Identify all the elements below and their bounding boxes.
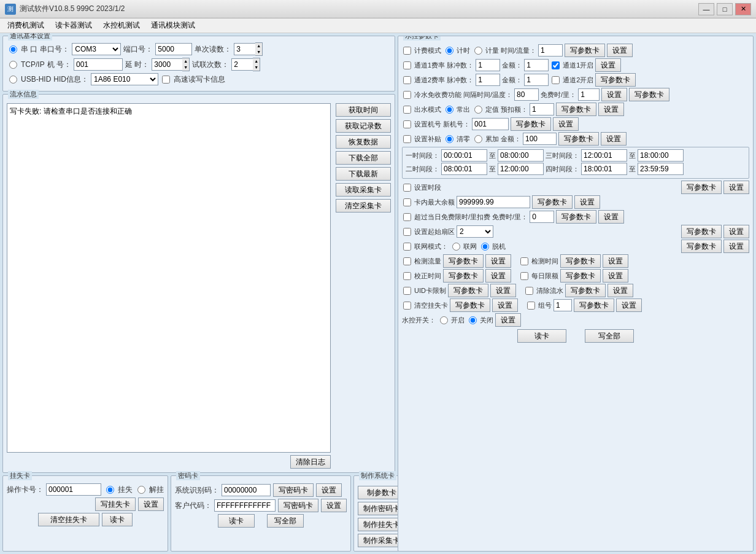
machine-set-btn[interactable]: 设置 xyxy=(553,117,579,131)
group-input[interactable]: 1 xyxy=(554,299,572,311)
max-balance-input[interactable]: 999999.99 xyxy=(457,196,530,208)
radio-online[interactable] xyxy=(452,243,460,251)
clear-flow-write-btn[interactable]: 写参数卡 xyxy=(565,284,606,297)
clear-flow-set-btn[interactable]: 设置 xyxy=(608,284,633,297)
interval-input[interactable]: 80 xyxy=(514,88,539,101)
billing-check[interactable] xyxy=(403,47,411,55)
detect-flow-check[interactable] xyxy=(403,257,411,265)
output-write-btn[interactable]: 写参数卡 xyxy=(556,103,596,116)
clear-collect-button[interactable]: 清空采集卡 xyxy=(336,199,391,213)
clear-log-button[interactable]: 清除日志 xyxy=(290,455,331,469)
hang-set-button[interactable]: 设置 xyxy=(138,497,164,511)
free-input[interactable]: 1 xyxy=(578,88,600,101)
spinner-down[interactable]: ▼ xyxy=(255,49,262,55)
sys-id-input[interactable]: 00000000 xyxy=(222,484,271,496)
ch1-pulse-input[interactable]: 1 xyxy=(476,59,500,71)
correct-time-check[interactable] xyxy=(403,272,411,280)
op-card-input[interactable]: 000001 xyxy=(46,483,101,496)
read-collect-button[interactable]: 读取采集卡 xyxy=(336,183,391,197)
max-balance-check[interactable] xyxy=(403,198,411,206)
daily-free-check[interactable] xyxy=(403,213,411,221)
time1-start[interactable]: 00:00:01 xyxy=(441,149,487,162)
hid-select[interactable]: 1A86 E010 xyxy=(91,73,158,85)
delay-input[interactable]: 3000 xyxy=(152,58,182,71)
max-set-btn[interactable]: 设置 xyxy=(574,195,600,209)
spinner-up2[interactable]: ▲ xyxy=(182,58,189,64)
client-code-input[interactable]: FFFFFFFFFFFF xyxy=(214,499,276,512)
minimize-button[interactable]: — xyxy=(698,3,714,15)
radio-normal-out[interactable] xyxy=(446,106,453,114)
group-write-btn[interactable]: 写参数卡 xyxy=(574,298,614,312)
menu-water-test[interactable]: 水控机测试 xyxy=(98,19,145,32)
sector-select[interactable]: 2 1 3 xyxy=(457,225,493,238)
time3-start[interactable]: 12:00:01 xyxy=(581,149,627,162)
spinner-up[interactable]: ▲ xyxy=(255,43,262,49)
daily-set-btn[interactable]: 设置 xyxy=(598,210,624,224)
radio-unhang[interactable] xyxy=(137,486,145,494)
daily-write-btn[interactable]: 写参数卡 xyxy=(556,210,596,224)
sector-set-btn[interactable]: 设置 xyxy=(723,225,749,238)
time-flow-input[interactable]: 1 xyxy=(538,44,563,57)
billing-set-btn[interactable]: 设置 xyxy=(607,44,633,57)
output-check[interactable] xyxy=(403,106,411,114)
menu-reader-test[interactable]: 读卡器测试 xyxy=(50,19,97,32)
ch1-open-check[interactable] xyxy=(552,61,560,69)
radio-time[interactable] xyxy=(446,47,453,55)
pwd-write-all-button[interactable]: 写全部 xyxy=(267,514,304,528)
pwd-set-button2[interactable]: 设置 xyxy=(321,499,347,512)
daily-limit-write-btn[interactable]: 写参数卡 xyxy=(560,269,601,283)
ch2-amount-input[interactable]: 1 xyxy=(524,74,549,86)
subsidy-write-btn[interactable]: 写参数卡 xyxy=(558,132,599,146)
group-set-btn[interactable]: 设置 xyxy=(616,298,642,312)
group-check[interactable] xyxy=(527,302,535,310)
radio-offline[interactable] xyxy=(481,243,489,251)
write-pwd-button[interactable]: 写密码卡 xyxy=(273,483,314,497)
max-write-btn[interactable]: 写参数卡 xyxy=(532,195,573,209)
delay-spinner[interactable]: ▲ ▼ xyxy=(182,58,190,71)
clear-hang2-check[interactable] xyxy=(403,302,411,310)
write-hang-button[interactable]: 写挂失卡 xyxy=(95,497,136,511)
time2-start[interactable]: 08:00:01 xyxy=(441,163,487,175)
radio-usbhid[interactable] xyxy=(9,76,17,84)
download-all-button[interactable]: 下载全部 xyxy=(336,151,391,165)
spinner-up3[interactable]: ▲ xyxy=(253,58,260,64)
time-write-btn[interactable]: 写参数卡 xyxy=(681,181,722,194)
highspeed-check[interactable] xyxy=(162,76,170,84)
radio-accumulate[interactable] xyxy=(474,135,482,143)
set-machine-check[interactable] xyxy=(403,120,411,128)
time3-end[interactable]: 18:00:00 xyxy=(638,149,684,162)
time4-end[interactable]: 23:59:59 xyxy=(638,163,684,175)
cold-set-btn[interactable]: 设置 xyxy=(601,88,627,101)
single-read-input[interactable]: 3 xyxy=(234,43,255,55)
single-read-spinner[interactable]: ▲ ▼ xyxy=(255,42,263,56)
menu-consumer-test[interactable]: 消费机测试 xyxy=(2,19,49,32)
retry-input[interactable]: 2 xyxy=(231,58,253,71)
clear-hang2-write-btn[interactable]: 写参数卡 xyxy=(450,298,490,312)
network-write-btn[interactable]: 写参数卡 xyxy=(681,240,722,253)
network-check[interactable] xyxy=(403,243,411,251)
restore-button[interactable]: 恢复数据 xyxy=(336,135,391,149)
output-set-btn[interactable]: 设置 xyxy=(598,103,624,116)
clear-flow-check[interactable] xyxy=(525,287,533,295)
subsidy-amount-input[interactable]: 100 xyxy=(523,133,557,145)
retry-spinner[interactable]: ▲ ▼ xyxy=(253,58,260,71)
time1-end[interactable]: 08:00:00 xyxy=(498,149,544,162)
ch2-rate-check[interactable] xyxy=(403,76,411,84)
close-button[interactable]: ✕ xyxy=(735,3,751,15)
machine-write-btn[interactable]: 写参数卡 xyxy=(511,117,551,131)
daily-free-input[interactable]: 0 xyxy=(530,211,554,223)
detect-time-check[interactable] xyxy=(520,257,528,265)
sector-write-btn[interactable]: 写参数卡 xyxy=(681,225,722,238)
cold-free-check[interactable] xyxy=(403,91,411,99)
water-read-btn[interactable]: 读卡 xyxy=(517,329,566,343)
time-set-btn[interactable]: 设置 xyxy=(723,181,749,194)
uid-write-btn[interactable]: 写参数卡 xyxy=(448,284,488,297)
correct-time-set-btn[interactable]: 设置 xyxy=(485,269,511,283)
radio-hang[interactable] xyxy=(106,486,114,494)
get-time-button[interactable]: 获取时间 xyxy=(336,103,391,117)
radio-water-close[interactable] xyxy=(469,316,477,324)
write-pwd-button2[interactable]: 写密码卡 xyxy=(278,499,318,512)
hang-read-button[interactable]: 读卡 xyxy=(102,513,133,526)
clear-hang2-set-btn[interactable]: 设置 xyxy=(492,298,518,312)
subsidy-check[interactable] xyxy=(403,135,411,143)
